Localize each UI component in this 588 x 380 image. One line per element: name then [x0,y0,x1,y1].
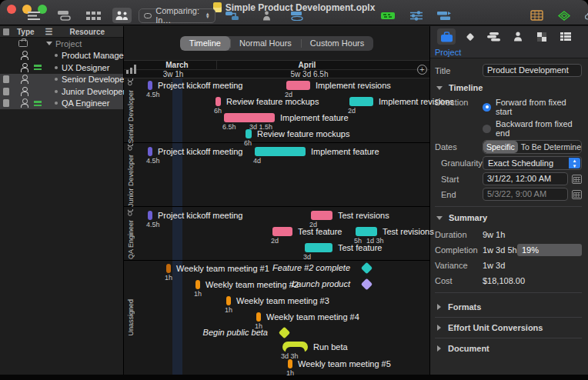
milestone-diamond[interactable] [278,327,290,339]
comparing-dropdown[interactable]: Comparing: In… ▲▼ [139,8,215,23]
radio-on-icon [483,103,491,112]
start-date-input[interactable]: 3/1/22, 12:00 AM [483,172,568,185]
calendar-icon[interactable] [572,175,582,184]
custom-columns-button[interactable] [528,8,546,23]
zoom-scale-icon[interactable]: + [417,65,427,75]
sidebar-row-project[interactable]: Project [0,38,123,50]
gantt-section-unassigned: UnassignedWeekly team meeting #11hFeatur… [124,261,429,375]
level-resources-button[interactable] [434,8,455,23]
task-duration-label: 6h [244,139,252,147]
view-tab-bar: TimelineNormal HoursCustom Hours [180,36,373,51]
formats-section-header[interactable]: Formats [435,298,582,315]
effort-unit-conversions-section-header[interactable]: Effort Unit Conversions [435,319,582,336]
task-bar[interactable] [224,113,275,122]
ungroup-button[interactable] [287,8,307,23]
direction-forward-radio[interactable]: Forward from fixed start [483,98,582,116]
task-bar[interactable] [148,81,152,90]
disclosure-right-icon [437,325,441,331]
task-bar[interactable] [286,81,310,90]
inspector-panel: Project Title Product Development Timeli… [430,26,588,375]
sidebar-row-senior-developer[interactable]: Senior Developer [0,74,123,86]
tab-timeline[interactable]: Timeline [180,36,230,51]
view-gantt-button[interactable] [54,8,74,23]
granularity-select[interactable]: Exact Scheduling ▲▼ [483,156,582,170]
task-bar[interactable] [356,227,377,236]
filter-button[interactable] [407,8,426,23]
task-bar[interactable] [195,280,200,289]
status-column-icon[interactable]: ☰ [45,27,53,37]
task-bar[interactable] [148,147,152,156]
task-duration-label: 4d [253,157,261,165]
task-label: Implement feature [280,113,349,122]
tab-custom-hours[interactable]: Custom Hours [301,36,373,51]
end-date-input[interactable]: 5/3/22, 9:00 AM [483,188,568,201]
milestone-diamond[interactable] [360,262,373,275]
section-resource-label: Senior Developer [124,78,138,142]
gantt-timescale[interactable]: MarchApril 3w 1h5w 3d 6.5h + [124,60,429,78]
tab-custom-data[interactable] [556,28,575,45]
styles-checker-icon [536,32,547,42]
person-icon [20,51,28,60]
disclosure-down-icon[interactable] [46,42,52,45]
task-bar[interactable] [246,129,252,138]
task-bar[interactable] [166,264,171,273]
tab-task[interactable] [485,28,503,45]
connect-tasks-icon [225,11,240,20]
task-bar[interactable] [256,312,261,322]
hammock-bar[interactable] [282,342,308,352]
title-input[interactable]: Product Development [483,64,582,77]
tab-resource[interactable] [509,28,527,45]
note-icon[interactable] [3,99,9,107]
view-outline-button[interactable] [25,8,45,23]
direction-backward-radio[interactable]: Backward from fixed end [483,119,582,138]
task-bar[interactable] [305,243,332,252]
completion-percent-input[interactable]: 19% [517,244,582,256]
resource-name: UX Designer [62,63,109,72]
ungroup-icon [289,11,305,21]
calendar-icon[interactable] [572,190,582,199]
disclosure-right-icon [437,345,441,352]
task-bar[interactable] [311,211,332,220]
sidebar-row-junior-developer[interactable]: Junior Developer [0,85,123,98]
publish-cloud-button[interactable] [582,8,588,23]
resource-name: Senior Developer [62,75,127,84]
dates-specific-option[interactable]: Specific [483,141,518,153]
task-bar[interactable] [215,97,221,106]
sidebar-row-product-manager[interactable]: Product Manager [0,50,123,62]
note-icon[interactable] [3,88,9,95]
task-duration-label: 6h [214,107,222,115]
tab-normal-hours[interactable]: Normal Hours [230,36,301,51]
show-changes-icon [557,11,571,21]
view-resources-button[interactable] [112,8,132,23]
resource-column-header[interactable]: Resource [69,28,105,36]
cost-value: $18,108.00 [483,276,582,285]
task-bar[interactable] [255,147,306,156]
show-changes-button[interactable] [555,8,573,23]
view-network-button[interactable] [83,8,105,23]
summary-section-header[interactable]: Summary [436,213,582,222]
resource-name: Project [55,39,82,48]
task-label: Implement feature [311,147,379,156]
tab-styles[interactable] [533,28,551,45]
timeline-section-header[interactable]: Timeline [436,83,582,92]
connect-tasks-button[interactable] [222,8,242,23]
task-bar[interactable] [288,359,292,368]
document-section-header[interactable]: Document [435,340,582,357]
tab-milestone[interactable] [461,28,479,45]
sidebar-row-qa-engineer[interactable]: QA Engineer [0,98,123,110]
sidebar-row-ux-designer[interactable]: UX Designer [0,62,123,74]
tab-project[interactable] [437,28,456,45]
task-bar[interactable] [272,227,292,236]
task-bar[interactable] [148,211,152,220]
dates-tbd-option[interactable]: To Be Determined [518,141,582,153]
milestone-diamond[interactable] [360,278,373,291]
assign-resource-button[interactable] [260,8,273,23]
task-bar[interactable] [226,296,231,305]
start-label: Start [441,175,483,184]
type-column-header[interactable]: Type [17,28,35,36]
note-icon[interactable] [3,75,9,83]
month-divider [216,61,217,69]
task-label: Review feature mockups [226,97,319,106]
catch-up-button[interactable] [378,8,398,23]
task-bar[interactable] [349,97,373,106]
